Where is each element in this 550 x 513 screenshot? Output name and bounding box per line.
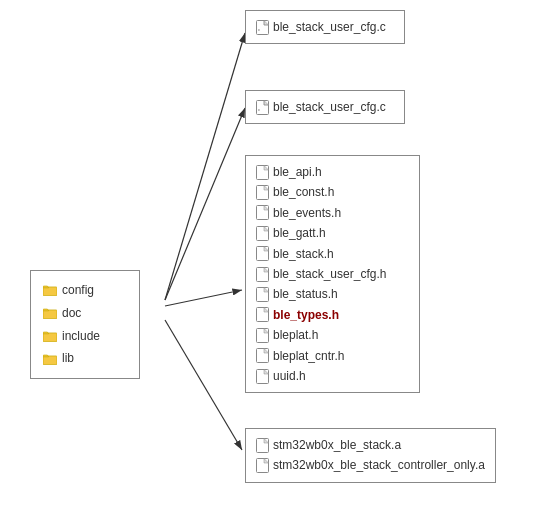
top-box1-filename: ble_stack_user_cfg.c [273, 17, 386, 37]
file-name-ble-types: ble_types.h [273, 305, 339, 325]
h-file-icon-5 [256, 246, 269, 261]
file-ble-api: ble_api.h [256, 162, 409, 182]
svg-rect-29 [257, 459, 269, 473]
svg-rect-7 [43, 333, 57, 342]
file-ble-stack-user-cfg: ble_stack_user_cfg.h [256, 264, 409, 284]
file-name-ble-api: ble_api.h [273, 162, 322, 182]
file-name-bleplat: bleplat.h [273, 325, 318, 345]
h-file-icon-10 [256, 348, 269, 363]
a-file-icon-1 [256, 438, 269, 453]
c-file-icon-top2: c [256, 100, 269, 115]
svg-rect-22 [257, 267, 269, 281]
file-uuid: uuid.h [256, 366, 409, 386]
file-item-top1: c ble_stack_user_cfg.c [256, 17, 394, 37]
svg-rect-26 [257, 349, 269, 363]
folder-label-lib: lib [62, 347, 74, 370]
file-name-ble-stack-user-cfg: ble_stack_user_cfg.h [273, 264, 386, 284]
c-file-icon-top1: c [256, 20, 269, 35]
folder-label-doc: doc [62, 302, 81, 325]
file-name-ble-status: ble_status.h [273, 284, 338, 304]
svg-rect-27 [257, 369, 269, 383]
file-ble-stack-a: stm32wb0x_ble_stack.a [256, 435, 485, 455]
file-ble-stack: ble_stack.h [256, 244, 409, 264]
top-box-2: c ble_stack_user_cfg.c [245, 90, 405, 124]
file-ble-stack-ctrl-a: stm32wb0x_ble_stack_controller_only.a [256, 455, 485, 475]
svg-text:c: c [258, 27, 260, 32]
file-name-ble-events: ble_events.h [273, 203, 341, 223]
h-file-icon-9 [256, 328, 269, 343]
svg-rect-21 [257, 247, 269, 261]
file-ble-events: ble_events.h [256, 203, 409, 223]
h-file-icon-11 [256, 369, 269, 384]
folder-icon-include [43, 330, 57, 342]
folder-icon [43, 284, 57, 296]
folder-item-doc: doc [43, 302, 127, 325]
h-file-icon-1 [256, 165, 269, 180]
svg-rect-25 [257, 328, 269, 342]
file-name-ble-stack: ble_stack.h [273, 244, 334, 264]
svg-rect-5 [43, 287, 57, 296]
file-name-ble-const: ble_const.h [273, 182, 334, 202]
h-file-icon-2 [256, 185, 269, 200]
folder-icon-doc [43, 307, 57, 319]
folder-item-lib: lib [43, 347, 127, 370]
file-name-ble-stack-a: stm32wb0x_ble_stack.a [273, 435, 401, 455]
bottom-box: stm32wb0x_ble_stack.a stm32wb0x_ble_stac… [245, 428, 496, 483]
file-ble-types: ble_types.h [256, 305, 409, 325]
h-file-icon-8 [256, 307, 269, 322]
svg-rect-8 [43, 356, 57, 365]
folder-icon-lib [43, 353, 57, 365]
file-item-top2: c ble_stack_user_cfg.c [256, 97, 394, 117]
folder-label-include: include [62, 325, 100, 348]
svg-text:c: c [258, 107, 260, 112]
svg-rect-18 [257, 186, 269, 200]
h-file-icon-4 [256, 226, 269, 241]
file-ble-const: ble_const.h [256, 182, 409, 202]
svg-rect-6 [43, 310, 57, 319]
a-file-icon-2 [256, 458, 269, 473]
top-box2-filename: ble_stack_user_cfg.c [273, 97, 386, 117]
middle-box: ble_api.h ble_const.h ble_events.h ble_g… [245, 155, 420, 393]
h-file-icon-6 [256, 267, 269, 282]
svg-line-4 [165, 320, 242, 450]
svg-rect-23 [257, 288, 269, 302]
svg-rect-28 [257, 438, 269, 452]
h-file-icon-3 [256, 205, 269, 220]
h-file-icon-7 [256, 287, 269, 302]
svg-rect-19 [257, 206, 269, 220]
file-bleplat-cntr: bleplat_cntr.h [256, 346, 409, 366]
diagram: config doc include lib [0, 0, 550, 513]
file-name-ble-stack-ctrl-a: stm32wb0x_ble_stack_controller_only.a [273, 455, 485, 475]
file-ble-status: ble_status.h [256, 284, 409, 304]
folder-item-include: include [43, 325, 127, 348]
file-name-ble-gatt: ble_gatt.h [273, 223, 326, 243]
svg-line-1 [165, 33, 245, 300]
folder-label-config: config [62, 279, 94, 302]
svg-rect-17 [257, 165, 269, 179]
svg-line-2 [165, 108, 245, 300]
file-name-bleplat-cntr: bleplat_cntr.h [273, 346, 344, 366]
folder-box: config doc include lib [30, 270, 140, 379]
file-ble-gatt: ble_gatt.h [256, 223, 409, 243]
file-name-uuid: uuid.h [273, 366, 306, 386]
svg-rect-20 [257, 226, 269, 240]
svg-rect-24 [257, 308, 269, 322]
svg-line-3 [165, 290, 242, 306]
file-bleplat: bleplat.h [256, 325, 409, 345]
folder-item-config: config [43, 279, 127, 302]
top-box-1: c ble_stack_user_cfg.c [245, 10, 405, 44]
